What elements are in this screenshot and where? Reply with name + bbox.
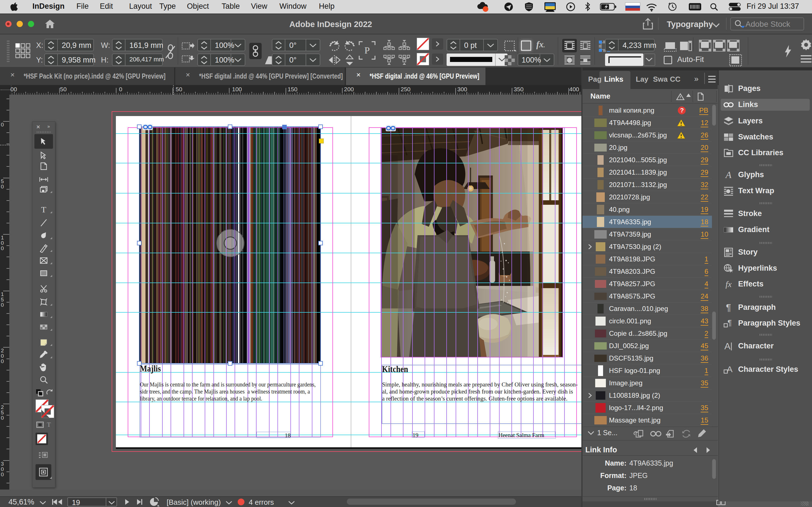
svg-text:A: A (724, 341, 730, 351)
svg-text:¶: ¶ (727, 319, 732, 327)
svg-text:¶: ¶ (726, 303, 731, 313)
svg-text:fx: fx (725, 279, 732, 289)
svg-text:P: P (364, 45, 370, 55)
svg-text:T: T (41, 205, 46, 214)
svg-text:A: A (725, 170, 732, 180)
